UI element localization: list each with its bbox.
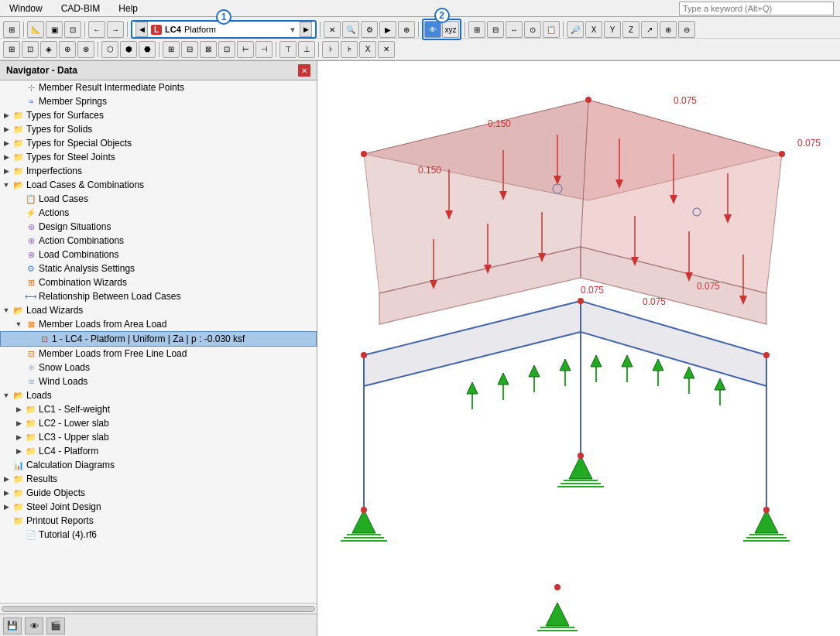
tb2-1[interactable]: ⊞ (3, 41, 20, 58)
toolbar-btn-13[interactable]: ⊟ (487, 21, 504, 38)
expand-steel[interactable]: ▶ (0, 151, 12, 163)
viewport[interactable]: 3 (317, 61, 840, 636)
lc-prev[interactable]: ◀ (135, 22, 148, 37)
tree-design-situations[interactable]: ⊛ Design Situations (0, 220, 317, 234)
toolbar-btn-20[interactable]: Z (622, 21, 639, 38)
tb2-16[interactable]: ⊥ (298, 41, 315, 58)
toolbar-btn-19[interactable]: Y (604, 21, 621, 38)
toolbar-btn-5[interactable]: ← (88, 21, 105, 38)
expand-lc3[interactable]: ▶ (12, 431, 25, 443)
tb2-5[interactable]: ⊗ (77, 41, 94, 58)
toolbar-btn-2[interactable]: 📐 (27, 21, 44, 38)
tb2-10[interactable]: ⊟ (181, 41, 198, 58)
toolbar-btn-18[interactable]: X (585, 21, 602, 38)
expand-lcc[interactable]: ▼ (0, 179, 12, 191)
toolbar-btn-21[interactable]: ↗ (641, 21, 658, 38)
tree-lc4[interactable]: ▶ 📁 LC4 - Platform (0, 444, 317, 458)
tree-combo-wizards[interactable]: ⊞ Combination Wizards (0, 275, 317, 289)
expand-lc2[interactable]: ▶ (12, 417, 25, 429)
nav-tree[interactable]: ⊹ Member Result Intermediate Points ≈ Me… (0, 80, 317, 603)
tb2-18[interactable]: ⊧ (341, 41, 358, 58)
tree-member-springs[interactable]: ≈ Member Springs (0, 94, 317, 108)
tree-tutorial-file[interactable]: 📄 Tutorial (4).rf6 (0, 528, 317, 542)
menu-window[interactable]: Window (6, 2, 46, 15)
tb2-15[interactable]: ⊤ (279, 41, 297, 58)
toolbar-btn-23[interactable]: ⊖ (678, 21, 695, 38)
tb2-6[interactable]: ⬡ (101, 41, 118, 58)
tb2-8[interactable]: ⬣ (139, 41, 156, 58)
nav-close-btn[interactable]: ✕ (298, 64, 310, 77)
expand-lw[interactable]: ▼ (0, 304, 12, 316)
tree-printout-reports[interactable]: 📁 Printout Reports (0, 514, 317, 528)
toolbar-btn-6[interactable]: → (107, 21, 124, 38)
toolbar-btn-10[interactable]: ▶ (379, 21, 396, 38)
expand-special[interactable]: ▶ (0, 137, 12, 149)
menu-cadbim[interactable]: CAD-BIM (58, 2, 104, 15)
lc-nav-next[interactable]: ▶ (300, 22, 312, 37)
expand-lc1[interactable]: ▶ (12, 403, 25, 415)
toolbar-btn-1[interactable]: ⊞ (3, 21, 20, 38)
tree-member-loads-area[interactable]: ▼ ⊠ Member Loads from Area Load (0, 317, 317, 331)
status-btn-3[interactable]: 🎬 (46, 617, 65, 634)
tb2-2[interactable]: ⊡ (22, 41, 39, 58)
tb2-9[interactable]: ⊞ (163, 41, 180, 58)
toolbar-btn-17[interactable]: 🔎 (567, 21, 584, 38)
expand-mla[interactable]: ▼ (12, 318, 25, 330)
tree-calc-diagrams[interactable]: 📊 Calculation Diagrams (0, 458, 317, 472)
expand-sjd[interactable]: ▶ (0, 501, 12, 513)
tree-load-wizards[interactable]: ▼ 📂 Load Wizards (0, 303, 317, 317)
toolbar-btn-3[interactable]: ▣ (46, 21, 63, 38)
tree-lc1[interactable]: ▶ 📁 LC1 - Self-weight (0, 402, 317, 416)
tree-types-steel[interactable]: ▶ 📁 Types for Steel Joints (0, 150, 317, 164)
tree-relationship[interactable]: ⟷ Relationship Between Load Cases (0, 289, 317, 303)
tree-load-combinations[interactable]: ⊗ Load Combinations (0, 248, 317, 262)
tb2-17[interactable]: ⊦ (322, 41, 339, 58)
expand-solids[interactable]: ▶ (0, 123, 12, 135)
tb2-12[interactable]: ⊡ (218, 41, 235, 58)
tree-types-solids[interactable]: ▶ 📁 Types for Solids (0, 122, 317, 136)
toolbar-btn-9[interactable]: ⚙ (361, 21, 378, 38)
keyword-search[interactable] (679, 2, 834, 15)
status-btn-2[interactable]: 👁 (25, 617, 43, 634)
expand-results[interactable]: ▶ (0, 473, 12, 485)
tb2-13[interactable]: ⊢ (237, 41, 254, 58)
tree-types-special[interactable]: ▶ 📁 Types for Special Objects (0, 136, 317, 150)
nav-hscroll[interactable] (0, 603, 317, 614)
toolbar-btn-22[interactable]: ⊕ (660, 21, 677, 38)
lc-nav[interactable]: ◀ (135, 22, 148, 37)
status-btn-1[interactable]: 💾 (3, 617, 22, 634)
tree-action-combinations[interactable]: ⊕ Action Combinations (0, 234, 317, 248)
toolbar-btn-14[interactable]: ↔ (506, 21, 523, 38)
tb2-14[interactable]: ⊣ (255, 41, 273, 58)
tree-guide-objects[interactable]: ▶ 📁 Guide Objects (0, 486, 317, 500)
expand-imperf[interactable]: ▶ (0, 165, 12, 177)
tb2-19[interactable]: X (359, 41, 376, 58)
tree-lc4-platform[interactable]: ⊡ 1 - LC4 - Platform | Uniform | Za | p … (0, 331, 317, 347)
tb2-20[interactable]: ✕ (378, 41, 395, 58)
tree-snow-loads[interactable]: ❄ Snow Loads (0, 361, 317, 374)
toolbar-btn-16[interactable]: 📋 (543, 21, 560, 38)
lc-next[interactable]: ▶ (300, 22, 312, 37)
tree-static-analysis[interactable]: ⚙ Static Analysis Settings (0, 262, 317, 275)
hscroll-thumb[interactable] (2, 606, 315, 612)
tb2-4[interactable]: ⊕ (59, 41, 76, 58)
expand-lc4[interactable]: ▶ (12, 445, 25, 457)
toolbar-btn-4[interactable]: ⊡ (64, 21, 81, 38)
menu-help[interactable]: Help (115, 2, 141, 15)
tree-actions[interactable]: ⚡ Actions (0, 206, 317, 220)
view-btn-xyz[interactable]: xyz (442, 21, 459, 38)
view-btn-eye[interactable]: 👁 (424, 21, 441, 38)
toolbar-btn-12[interactable]: ⊞ (468, 21, 485, 38)
tree-imperfections[interactable]: ▶ 📁 Imperfections (0, 164, 317, 178)
lc-dropdown-arrow[interactable]: ▼ (289, 26, 297, 34)
tree-load-cases[interactable]: 📋 Load Cases (0, 192, 317, 206)
expand-loads[interactable]: ▼ (0, 389, 12, 402)
expand-surfaces[interactable]: ▶ (0, 109, 12, 121)
tree-steel-joint-design[interactable]: ▶ 📁 Steel Joint Design (0, 500, 317, 514)
tree-wind-loads[interactable]: ≋ Wind Loads (0, 374, 317, 388)
tree-load-cases-combos[interactable]: ▼ 📂 Load Cases & Combinations (0, 178, 317, 192)
tb2-11[interactable]: ⊠ (200, 41, 217, 58)
tree-results[interactable]: ▶ 📁 Results (0, 472, 317, 486)
tree-member-loads-free[interactable]: ⊟ Member Loads from Free Line Load (0, 347, 317, 361)
tb2-3[interactable]: ◈ (40, 41, 57, 58)
